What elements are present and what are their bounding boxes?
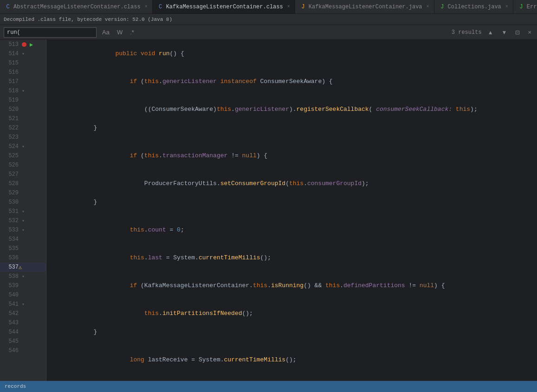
code-line-519: ProducerFactoryUtils.setConsumerGroupId(… xyxy=(46,170,537,198)
java-file-icon-2: J xyxy=(439,4,446,10)
fold-icon-533[interactable]: ▾ xyxy=(19,227,28,233)
gutter-row-528: 528 xyxy=(0,179,46,188)
java-file-icon: J xyxy=(300,4,306,10)
gutter-row-524: 524 ▾ xyxy=(0,142,46,151)
gutter-row-529: 529 xyxy=(0,188,46,198)
line-num-529: 529 xyxy=(0,190,19,196)
gutter-row-536: 536 xyxy=(0,253,46,263)
tab-close-icon-4[interactable]: × xyxy=(505,4,508,9)
tab-close-icon-2[interactable]: × xyxy=(287,4,290,9)
search-word-btn[interactable]: W xyxy=(115,28,124,37)
search-next-btn[interactable]: ▼ xyxy=(499,28,510,37)
ide-window: C AbstractMessageListenerContainer.class… xyxy=(0,0,537,392)
code-line-513: public void run() { xyxy=(46,40,537,68)
line-num-517: 517 xyxy=(0,78,19,85)
gutter-row-545: 545 xyxy=(0,337,46,346)
tab-kafka-java[interactable]: J KafkaMessageListenerContainer.java × xyxy=(295,0,434,13)
code-line-516: } xyxy=(46,123,537,133)
decompiled-info-text: Decompiled .class file, bytecode version… xyxy=(4,17,172,22)
gutter-row-515: 515 xyxy=(0,58,46,68)
gutter: 513 ▶ 514 ▾ 515 516 5 xyxy=(0,40,46,381)
gutter-row-533: 533 ▾ xyxy=(0,225,46,235)
search-close-btn[interactable]: × xyxy=(526,28,533,37)
search-prev-btn[interactable]: ▲ xyxy=(485,28,496,37)
line-num-518: 518 xyxy=(0,88,19,94)
line-num-531: 531 xyxy=(0,208,19,215)
tab-close-icon[interactable]: × xyxy=(145,4,148,9)
code-line-517 xyxy=(46,133,537,142)
gutter-row-530: 530 xyxy=(0,198,46,207)
code-content[interactable]: public void run() { if (this.genericList… xyxy=(46,40,537,381)
search-case-sensitive-btn[interactable]: Aa xyxy=(100,28,111,37)
line-num-528: 528 xyxy=(0,180,19,187)
line-num-522: 522 xyxy=(0,125,19,131)
fold-icon-524[interactable]: ▾ xyxy=(19,144,28,149)
line-num-526: 526 xyxy=(0,162,19,168)
line-num-546: 546 xyxy=(0,347,19,354)
gutter-row-525: 525 xyxy=(0,151,46,161)
tab-label-kafka: KafkaMessageListenerContainer.class xyxy=(166,4,283,10)
code-line-522: this.count = 0; xyxy=(46,216,537,244)
status-bar: records xyxy=(0,381,537,392)
code-line-518: if (this.transactionManager != null) { xyxy=(46,142,537,170)
tab-abstract[interactable]: C AbstractMessageListenerContainer.class… xyxy=(0,0,153,13)
code-line-523: this.last = System.currentTimeMillis(); xyxy=(46,244,537,272)
gutter-row-540: 540 xyxy=(0,290,46,300)
line-num-544: 544 xyxy=(0,329,19,335)
line-num-520: 520 xyxy=(0,106,19,113)
code-line-520: } xyxy=(46,198,537,207)
line-num-513: 513 xyxy=(0,41,19,48)
line-num-525: 525 xyxy=(0,153,19,159)
gutter-row-543: 543 xyxy=(0,318,46,328)
gutter-row-544: 544 xyxy=(0,328,46,337)
tab-bar: C AbstractMessageListenerContainer.class… xyxy=(0,0,537,14)
class-file-icon-2: C xyxy=(157,4,164,10)
search-input[interactable] xyxy=(4,27,97,38)
line-num-539: 539 xyxy=(0,283,19,289)
tab-kafka-class[interactable]: C KafkaMessageListenerContainer.class × xyxy=(153,0,295,13)
gutter-row-526: 526 xyxy=(0,161,46,170)
gutter-row-542: 542 xyxy=(0,309,46,318)
line-num-514: 514 xyxy=(0,51,19,57)
gutter-row-531: 531 ▾ xyxy=(0,207,46,216)
line-num-523: 523 xyxy=(0,134,19,141)
gutter-row-534: 534 xyxy=(0,235,46,244)
gutter-row-519: 519 xyxy=(0,96,46,105)
tab-label: AbstractMessageListenerContainer.class xyxy=(13,4,141,10)
tab-collections[interactable]: J Collections.java × xyxy=(434,0,513,13)
line-num-515: 515 xyxy=(0,60,19,66)
run-icon-513: ▶ xyxy=(30,41,33,48)
gutter-row-522: 522 xyxy=(0,123,46,133)
tab-errorlistener[interactable]: J ErrorListenner.java × xyxy=(513,0,537,13)
fold-icon-514[interactable]: ▾ xyxy=(19,51,28,57)
tab-label-java: KafkaMessageListenerContainer.java xyxy=(309,4,422,10)
line-num-543: 543 xyxy=(0,320,19,326)
fold-icon-538[interactable]: ▾ xyxy=(19,274,28,279)
tab-label-collections: Collections.java xyxy=(448,4,501,10)
line-num-545: 545 xyxy=(0,338,19,345)
line-numbers: 513 ▶ 514 ▾ 515 516 5 xyxy=(0,40,46,355)
fold-icon-541[interactable]: ▾ xyxy=(19,302,28,307)
gutter-row-527: 527 xyxy=(0,170,46,179)
code-line-514: if (this.genericListener instanceof Cons… xyxy=(46,68,537,96)
fold-icon-518[interactable]: ▾ xyxy=(19,88,28,94)
tab-close-icon-3[interactable]: × xyxy=(427,4,429,9)
gutter-row-537: 537 ⚠ xyxy=(0,263,46,272)
code-line-524: if (KafkaMessageListenerContainer.this.i… xyxy=(46,272,537,300)
class-file-icon: C xyxy=(5,4,11,10)
search-bar: Aa W .* 3 results ▲ ▼ ⊡ × xyxy=(0,25,537,40)
search-regex-btn[interactable]: .* xyxy=(128,28,136,37)
line-num-538: 538 xyxy=(0,273,19,280)
line-num-516: 516 xyxy=(0,69,19,76)
line-num-521: 521 xyxy=(0,116,19,122)
code-line-525: this.initPartitionsIfNeeded(); xyxy=(46,300,537,328)
line-num-541: 541 xyxy=(0,301,19,308)
gutter-row-546: 546 xyxy=(0,346,46,355)
decompiled-info-bar: Decompiled .class file, bytecode version… xyxy=(0,14,537,25)
code-line-528: long lastReceive = System.currentTimeMil… xyxy=(46,346,537,374)
gutter-row-523: 523 xyxy=(0,133,46,142)
fold-icon-531[interactable]: ▾ xyxy=(19,209,28,214)
fold-icon-532[interactable]: ▾ xyxy=(19,218,28,224)
search-expand-btn[interactable]: ⊡ xyxy=(513,28,522,37)
gutter-row-538: 538 ▾ xyxy=(0,272,46,281)
